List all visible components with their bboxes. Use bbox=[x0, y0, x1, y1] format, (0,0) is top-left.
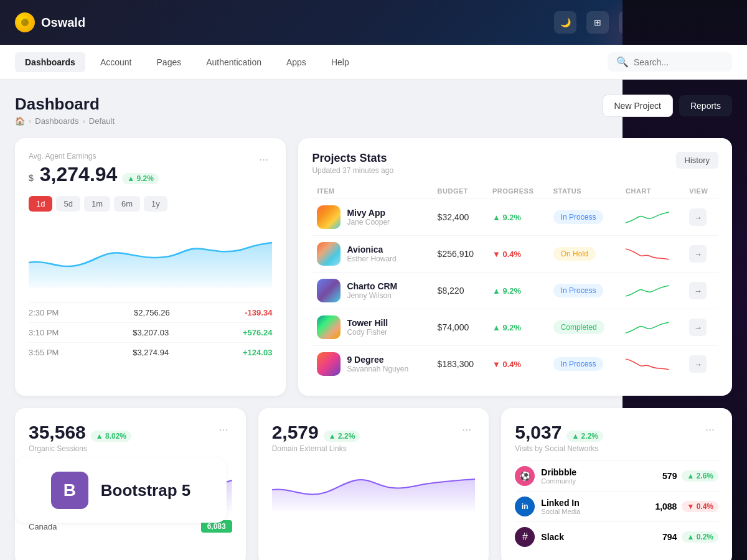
dribbble-values: 579 ▲ 2.6% bbox=[662, 470, 718, 482]
bootstrap-icon-label: B bbox=[63, 480, 76, 500]
earnings-info: Avg. Agent Earnings $ 3,274.94 ▲ 9.2% bbox=[29, 152, 159, 187]
proj-owner: Esther Howard bbox=[347, 254, 396, 263]
time-3: 3:55 PM bbox=[29, 348, 59, 357]
proj-view-cell[interactable]: → bbox=[684, 199, 718, 236]
status-badge: On Hold bbox=[553, 247, 596, 261]
search-input[interactable] bbox=[634, 57, 723, 67]
new-project-button[interactable]: New Project bbox=[603, 95, 673, 117]
proj-owner: Savannah Nguyen bbox=[347, 365, 408, 373]
projects-title: Projects Stats bbox=[312, 152, 393, 165]
nav-icon-grid[interactable]: ⊞ bbox=[586, 11, 609, 34]
proj-status-cell: In Process bbox=[548, 273, 621, 309]
slack-icon: # bbox=[515, 527, 535, 547]
social-badge: ▲ 2.2% bbox=[566, 431, 603, 442]
home-icon: 🏠 bbox=[15, 116, 25, 126]
proj-status-cell: In Process bbox=[548, 346, 621, 383]
proj-view-cell[interactable]: → bbox=[684, 309, 718, 346]
time-btn-6m[interactable]: 6m bbox=[114, 196, 140, 212]
proj-view-button[interactable]: → bbox=[689, 245, 707, 263]
earnings-row-1: 2:30 PM $2,756.26 -139.34 bbox=[29, 302, 272, 322]
slack-info: # Slack bbox=[515, 527, 564, 547]
invite-button[interactable]: + Invite bbox=[684, 12, 732, 32]
proj-budget-cell: $8,220 bbox=[433, 273, 487, 309]
breadcrumb-default: Default bbox=[89, 116, 115, 126]
dribbble-sub: Community bbox=[541, 477, 576, 485]
social-value-row: 5,037 ▲ 2.2% bbox=[515, 422, 603, 443]
nav-item-dashboards[interactable]: Dashboards bbox=[15, 52, 85, 72]
slack-badge: ▲ 0.2% bbox=[682, 531, 718, 543]
status-badge: In Process bbox=[553, 210, 604, 224]
time-btn-5d[interactable]: 5d bbox=[56, 196, 80, 212]
proj-view-cell[interactable]: → bbox=[684, 236, 718, 273]
organic-more-button[interactable]: ··· bbox=[215, 422, 232, 437]
proj-names: Avionica Esther Howard bbox=[347, 245, 396, 263]
proj-item-cell: Charto CRM Jenny Wilson bbox=[312, 273, 432, 309]
proj-chart-cell bbox=[621, 236, 684, 273]
earnings-badge: ▲ 9.2% bbox=[122, 173, 159, 184]
nav-right: 🌙 ⊞ ⚡ 👤 + Invite bbox=[554, 11, 732, 34]
val-3: $3,274.94 bbox=[133, 348, 169, 357]
time-btn-1d[interactable]: 1d bbox=[29, 196, 52, 212]
domain-label: Domain External Links bbox=[272, 444, 360, 453]
proj-view-cell[interactable]: → bbox=[684, 346, 718, 383]
slack-name: Slack bbox=[541, 532, 564, 542]
proj-view-button[interactable]: → bbox=[689, 282, 707, 299]
proj-view-cell[interactable]: → bbox=[684, 273, 718, 309]
dribbble-badge: ▲ 2.6% bbox=[682, 470, 718, 482]
social-metric: 5,037 ▲ 2.2% Visits by Social Networks bbox=[515, 422, 603, 453]
status-badge: In Process bbox=[553, 357, 604, 371]
col-budget: BUDGET bbox=[433, 184, 487, 199]
avatar[interactable]: 👤 bbox=[651, 11, 674, 34]
nav-item-pages[interactable]: Pages bbox=[147, 52, 192, 72]
nav-item-account[interactable]: Account bbox=[90, 52, 142, 72]
breadcrumb-dashboards[interactable]: Dashboards bbox=[35, 116, 78, 126]
earnings-more-button[interactable]: ··· bbox=[255, 152, 272, 167]
proj-progress-cell: ▲ 9.2% bbox=[487, 309, 548, 346]
slack-text: Slack bbox=[541, 532, 564, 542]
dribbble-info: ⚽ Dribbble Community bbox=[515, 466, 576, 486]
proj-owner: Jane Cooper bbox=[347, 218, 390, 226]
nav-item-help[interactable]: Help bbox=[321, 52, 359, 72]
history-button[interactable]: History bbox=[676, 152, 718, 169]
nav-icon-moon[interactable]: 🌙 bbox=[554, 11, 576, 34]
earnings-chart bbox=[29, 225, 272, 287]
domain-header: 2,579 ▲ 2.2% Domain External Links ··· bbox=[272, 422, 476, 453]
status-badge: In Process bbox=[553, 284, 604, 297]
social-label: Visits by Social Networks bbox=[515, 444, 603, 453]
linkedin-sub: Social Media bbox=[541, 508, 580, 515]
table-row: Charto CRM Jenny Wilson $8,220 ▲ 9.2% In… bbox=[312, 273, 718, 309]
time-1: 2:30 PM bbox=[29, 308, 59, 317]
earnings-row-3: 3:55 PM $3,274.94 +124.03 bbox=[29, 342, 272, 362]
proj-view-button[interactable]: → bbox=[689, 355, 707, 373]
proj-progress-cell: ▲ 9.2% bbox=[487, 199, 548, 236]
proj-name: Mivy App bbox=[347, 208, 390, 218]
dribbble-icon: ⚽ bbox=[515, 466, 535, 486]
social-more-button[interactable]: ··· bbox=[702, 422, 718, 437]
proj-view-button[interactable]: → bbox=[689, 208, 707, 226]
domain-more-button[interactable]: ··· bbox=[458, 422, 475, 437]
table-row: Avionica Esther Howard $256,910 ▼ 0.4% O… bbox=[312, 236, 718, 273]
proj-name: 9 Degree bbox=[347, 355, 408, 365]
time-btn-1y[interactable]: 1y bbox=[144, 196, 167, 212]
linkedin-info: in Linked In Social Media bbox=[515, 497, 580, 516]
earnings-row-2: 3:10 PM $3,207.03 +576.24 bbox=[29, 322, 272, 342]
reports-button[interactable]: Reports bbox=[679, 95, 732, 116]
proj-item-cell: 9 Degree Savannah Nguyen bbox=[312, 346, 432, 383]
nav-icon-share[interactable]: ⚡ bbox=[619, 11, 641, 34]
proj-status-cell: Completed bbox=[548, 309, 621, 346]
table-row: Tower Hill Cody Fisher $74,000 ▲ 9.2% Co… bbox=[312, 309, 718, 346]
page-title-area: Dashboard 🏠 › Dashboards › Default bbox=[15, 95, 115, 126]
earnings-card: Avg. Agent Earnings $ 3,274.94 ▲ 9.2% ··… bbox=[15, 138, 286, 396]
col-view: VIEW bbox=[684, 184, 718, 199]
proj-icon bbox=[317, 205, 341, 229]
time-btn-1m[interactable]: 1m bbox=[84, 196, 110, 212]
nav-item-authentication[interactable]: Authentication bbox=[196, 52, 271, 72]
logo-icon bbox=[15, 12, 35, 32]
proj-view-button[interactable]: → bbox=[689, 319, 707, 336]
proj-name: Tower Hill bbox=[347, 318, 388, 328]
time-2: 3:10 PM bbox=[29, 328, 59, 337]
proj-icon bbox=[317, 315, 341, 339]
bootstrap-card: B Bootstrap 5 bbox=[15, 458, 227, 523]
nav-item-apps[interactable]: Apps bbox=[276, 52, 316, 72]
proj-owner: Cody Fisher bbox=[347, 328, 388, 337]
